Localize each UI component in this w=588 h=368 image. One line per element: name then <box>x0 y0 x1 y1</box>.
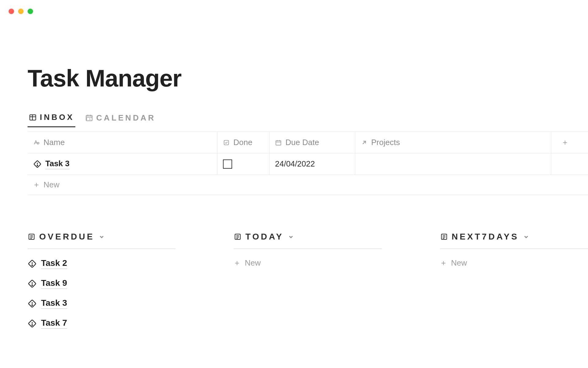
window-controls <box>9 9 33 14</box>
svg-point-27 <box>32 265 33 266</box>
svg-point-18 <box>37 165 38 166</box>
board-today-title: TODAY <box>245 232 284 242</box>
list-icon <box>234 233 242 241</box>
table-header-row: Name Done D <box>28 132 588 153</box>
task-name[interactable]: Task 3 <box>41 298 67 309</box>
plus-icon <box>562 139 568 146</box>
board-next7days-new[interactable]: New <box>440 258 588 268</box>
plus-icon <box>33 182 40 188</box>
table-row[interactable]: Task 3 24/04/2022 <box>28 153 588 175</box>
board-today-new-label: New <box>245 258 261 268</box>
cell-name[interactable]: Task 3 <box>28 153 217 174</box>
svg-point-30 <box>32 285 33 286</box>
task-icon <box>28 319 37 328</box>
svg-point-36 <box>32 324 33 325</box>
checkbox-icon <box>223 139 230 146</box>
plus-icon <box>234 260 240 266</box>
new-row-button[interactable]: New <box>28 175 588 195</box>
page-title: Task Manager <box>28 64 588 92</box>
tab-calendar-label: CALENDAR <box>96 113 156 123</box>
inbox-table: Name Done D <box>28 132 588 195</box>
cell-done[interactable] <box>217 153 270 174</box>
window-close-button[interactable] <box>9 9 14 14</box>
svg-point-33 <box>32 305 33 305</box>
chevron-down-icon <box>287 233 295 240</box>
list-icon <box>440 233 448 241</box>
column-header-projects[interactable]: Projects <box>355 132 551 153</box>
task-icon <box>28 259 37 268</box>
cell-projects[interactable] <box>355 153 551 174</box>
date-icon <box>275 139 282 146</box>
view-tabs: INBOX 31 CALENDAR <box>28 111 588 127</box>
window-zoom-button[interactable] <box>28 9 33 14</box>
task-icon <box>28 299 37 308</box>
relation-icon <box>361 139 368 146</box>
svg-text:31: 31 <box>86 117 93 121</box>
column-header-due-label: Due Date <box>285 138 319 147</box>
done-checkbox[interactable] <box>223 159 232 169</box>
board-next7days: NEXT7DAYS New <box>440 232 588 329</box>
text-icon <box>33 139 40 146</box>
svg-rect-10 <box>276 140 281 145</box>
new-row-label: New <box>43 180 59 190</box>
plus-icon <box>440 260 447 266</box>
column-header-name[interactable]: Name <box>28 132 217 153</box>
task-name[interactable]: Task 9 <box>41 278 67 289</box>
board-overdue-title: OVERDUE <box>39 232 94 242</box>
add-column-button[interactable] <box>551 132 579 153</box>
task-name[interactable]: Task 7 <box>41 318 67 329</box>
tab-inbox[interactable]: INBOX <box>28 111 75 127</box>
list-item[interactable]: Task 2 <box>28 258 175 269</box>
chevron-down-icon <box>522 233 530 240</box>
board-next7days-header[interactable]: NEXT7DAYS <box>440 232 588 249</box>
task-icon <box>28 279 37 288</box>
board-overdue: OVERDUE Task 2 <box>28 232 175 329</box>
cell-trailing <box>551 153 579 174</box>
tab-inbox-label: INBOX <box>40 113 74 122</box>
column-header-projects-label: Projects <box>371 138 400 147</box>
task-icon <box>33 160 42 168</box>
column-header-name-label: Name <box>43 138 65 147</box>
svg-rect-9 <box>224 140 229 145</box>
chevron-down-icon <box>98 233 105 240</box>
list-icon <box>28 233 36 241</box>
calendar-icon: 31 <box>85 114 93 122</box>
tab-calendar[interactable]: 31 CALENDAR <box>84 111 157 127</box>
column-header-due[interactable]: Due Date <box>270 132 355 153</box>
table-icon <box>29 113 37 121</box>
list-item[interactable]: Task 9 <box>28 278 175 289</box>
cell-due[interactable]: 24/04/2022 <box>270 153 355 174</box>
due-date-value: 24/04/2022 <box>275 159 315 169</box>
list-item[interactable]: Task 7 <box>28 318 175 329</box>
task-name[interactable]: Task 2 <box>41 258 67 269</box>
list-item[interactable]: Task 3 <box>28 298 175 309</box>
board-today: TODAY New <box>234 232 382 329</box>
window-minimize-button[interactable] <box>18 9 24 14</box>
board-today-new[interactable]: New <box>234 258 382 268</box>
board-overdue-header[interactable]: OVERDUE <box>28 232 175 249</box>
board-next7days-title: NEXT7DAYS <box>452 232 519 242</box>
task-name[interactable]: Task 3 <box>45 159 70 169</box>
board-overdue-list: Task 2 Task 9 <box>28 258 175 329</box>
column-header-done-label: Done <box>233 138 252 147</box>
column-header-done[interactable]: Done <box>217 132 270 153</box>
board-next7days-new-label: New <box>451 258 467 268</box>
board-today-header[interactable]: TODAY <box>234 232 382 249</box>
boards: OVERDUE Task 2 <box>28 232 588 329</box>
